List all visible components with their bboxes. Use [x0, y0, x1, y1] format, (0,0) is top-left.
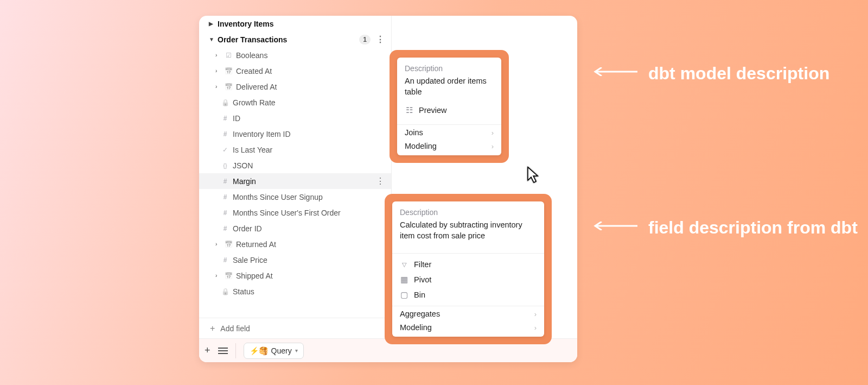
popup-header: Description Calculated by subtracting in… [392, 201, 544, 253]
tabs-list-button[interactable] [218, 348, 228, 354]
query-label: Query [271, 346, 292, 355]
field-json[interactable]: JSON [199, 157, 391, 173]
table-inventory-items[interactable]: ▶ Inventory Items [199, 16, 391, 31]
field-label: Is Last Year [233, 146, 387, 154]
plus-icon: + [210, 324, 215, 333]
query-emoji-icon: ⚡🥞 [250, 346, 268, 355]
check-icon [221, 146, 229, 154]
number-icon [221, 177, 229, 186]
preview-label: Preview [419, 106, 447, 115]
field-sale-price[interactable]: Sale Price [199, 252, 391, 268]
calendar-icon [224, 83, 233, 91]
calendar-icon [224, 240, 233, 249]
filter-item[interactable]: Filter [392, 257, 544, 272]
popup-title: Description [405, 64, 494, 73]
field-description-popup: Description Calculated by subtracting in… [385, 194, 552, 344]
query-tab[interactable]: ⚡🥞 Query ▾ [244, 343, 304, 359]
arrow-left-icon [589, 67, 637, 76]
popup-header: Description An updated order items table… [397, 58, 501, 124]
field-status[interactable]: Status [199, 283, 391, 299]
field-inventory-item-id[interactable]: Inventory Item ID [199, 126, 391, 142]
number-icon [221, 256, 229, 264]
chevron-down-icon: ▾ [295, 348, 298, 354]
field-label: Months Since User's First Order [233, 209, 387, 217]
field-growth-rate[interactable]: Growth Rate [199, 94, 391, 110]
popup-card: Description Calculated by subtracting in… [392, 201, 544, 337]
field-margin[interactable]: Margin ⋮ [199, 173, 391, 189]
chevron-right-icon: › [215, 241, 221, 247]
preview-icon [405, 106, 413, 115]
calendar-icon [224, 272, 233, 280]
field-shipped-at[interactable]: › Shipped At [199, 268, 391, 283]
chevron-right-icon: › [215, 52, 221, 58]
lock-icon [221, 287, 229, 296]
pivot-label: Pivot [414, 275, 431, 284]
chevron-right-icon: › [534, 310, 537, 318]
field-booleans[interactable]: › Booleans [199, 47, 391, 63]
popup-body: An updated order items table [405, 76, 494, 97]
number-icon [221, 209, 229, 217]
schema-sidebar: ▶ Inventory Items ▼ Order Transactions 1… [199, 16, 392, 338]
caret-right-icon: ▶ [209, 21, 214, 27]
bin-icon [400, 291, 409, 299]
modeling-label: Modeling [400, 323, 432, 332]
field-label: Inventory Item ID [233, 130, 387, 138]
field-more-icon[interactable]: ⋮ [374, 177, 387, 186]
chevron-right-icon: › [215, 68, 221, 74]
model-description-popup: Description An updated order items table… [390, 50, 509, 163]
field-label: Sale Price [233, 256, 387, 264]
add-tab-button[interactable]: + [205, 345, 210, 356]
field-label: Returned At [236, 240, 387, 249]
field-label: Status [233, 287, 387, 296]
field-months-since-signup[interactable]: Months Since User Signup [199, 189, 391, 205]
field-label: Growth Rate [233, 98, 387, 107]
divider [235, 343, 236, 358]
field-label: Shipped At [236, 272, 387, 280]
field-id[interactable]: ID [199, 110, 391, 126]
annotation-model: dbt model description [589, 62, 829, 85]
modeling-item[interactable]: Modeling › [397, 140, 501, 155]
field-months-since-first-order[interactable]: Months Since User's First Order [199, 205, 391, 220]
popup-body: Calculated by subtracting inventory item… [400, 220, 537, 241]
field-label: Months Since User Signup [233, 193, 387, 201]
annotation-text: dbt model description [648, 62, 829, 85]
chevron-right-icon: › [534, 324, 537, 332]
chevron-right-icon: › [215, 84, 221, 90]
preview-button[interactable]: Preview [405, 103, 494, 118]
json-icon [221, 161, 229, 170]
field-returned-at[interactable]: › Returned At [199, 236, 391, 252]
lock-icon [221, 98, 229, 107]
popup-title: Description [400, 208, 537, 217]
table-label: Order Transactions [218, 35, 356, 44]
table-order-transactions[interactable]: ▼ Order Transactions 1 ⋮ [199, 31, 391, 47]
field-label: Order ID [233, 224, 387, 233]
field-delivered-at[interactable]: › Delivered At [199, 79, 391, 94]
arrow-left-icon [589, 222, 637, 230]
field-order-id[interactable]: Order ID [199, 220, 391, 236]
field-label: ID [233, 114, 387, 123]
count-badge: 1 [359, 35, 371, 45]
annotation-text: field description from dbt [648, 216, 858, 239]
field-is-last-year[interactable]: Is Last Year [199, 142, 391, 157]
pivot-icon [400, 275, 409, 284]
field-label: Created At [236, 67, 387, 75]
caret-down-icon: ▼ [209, 36, 214, 42]
chevron-right-icon: › [215, 273, 221, 279]
add-field-button[interactable]: + Add field [199, 318, 391, 338]
filter-label: Filter [414, 260, 431, 269]
table-label: Inventory Items [218, 20, 387, 28]
modeling-item[interactable]: Modeling › [392, 321, 544, 337]
field-label: Delivered At [236, 83, 387, 91]
number-icon [221, 130, 229, 138]
joins-item[interactable]: Joins › [397, 125, 501, 140]
field-created-at[interactable]: › Created At [199, 63, 391, 79]
aggregates-item[interactable]: Aggregates › [392, 306, 544, 321]
table-more-icon[interactable]: ⋮ [374, 35, 387, 44]
chevron-right-icon: › [492, 129, 494, 137]
annotation-field: field description from dbt [589, 216, 858, 239]
bin-item[interactable]: Bin [392, 287, 544, 302]
bin-label: Bin [414, 291, 425, 299]
pivot-item[interactable]: Pivot [392, 272, 544, 287]
filter-icon [400, 260, 409, 269]
field-list: ▶ Inventory Items ▼ Order Transactions 1… [199, 16, 391, 318]
